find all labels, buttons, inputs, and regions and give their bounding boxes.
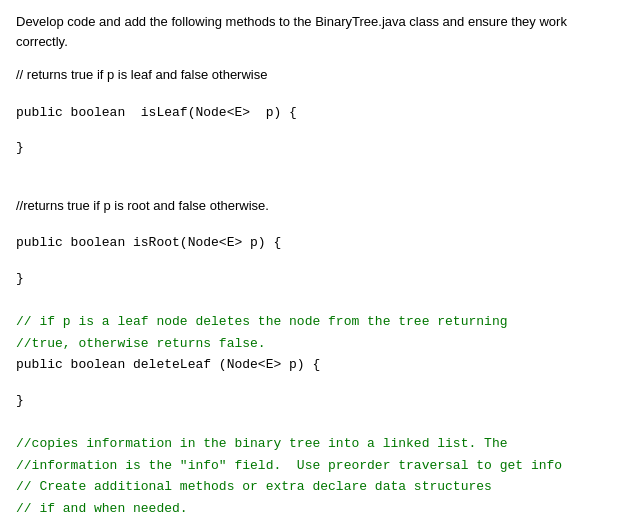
isleaf-signature: public boolean isLeaf(Node<E> p) { <box>16 103 613 123</box>
intro-line2: correctly. <box>16 34 68 49</box>
deleteleaf-comment2: //true, otherwise returns false. <box>16 334 613 354</box>
isleaf-comment: // returns true if p is leaf and false o… <box>16 65 613 85</box>
clonetoll-comment4: // if and when needed. <box>16 499 613 515</box>
deleteleaf-close: } <box>16 391 613 411</box>
section-isroot: //returns true if p is root and false ot… <box>16 196 613 289</box>
clonetoll-comment2: //information is the "info" field. Use p… <box>16 456 613 476</box>
intro-paragraph: Develop code and add the following metho… <box>16 12 613 51</box>
deleteleaf-comment1: // if p is a leaf node deletes the node … <box>16 312 613 332</box>
isleaf-close: } <box>16 138 613 158</box>
section-deleteleaf: // if p is a leaf node deletes the node … <box>16 312 613 410</box>
deleteleaf-signature: public boolean deleteLeaf (Node<E> p) { <box>16 355 613 375</box>
isroot-signature: public boolean isRoot(Node<E> p) { <box>16 233 613 253</box>
isroot-comment: //returns true if p is root and false ot… <box>16 196 613 216</box>
intro-line1: Develop code and add the following metho… <box>16 14 567 29</box>
clonetoll-comment1: //copies information in the binary tree … <box>16 434 613 454</box>
clonetoll-comment3: // Create additional methods or extra de… <box>16 477 613 497</box>
section-clonetoll: //copies information in the binary tree … <box>16 434 613 514</box>
section-isleaf: // returns true if p is leaf and false o… <box>16 65 613 158</box>
isroot-close: } <box>16 269 613 289</box>
